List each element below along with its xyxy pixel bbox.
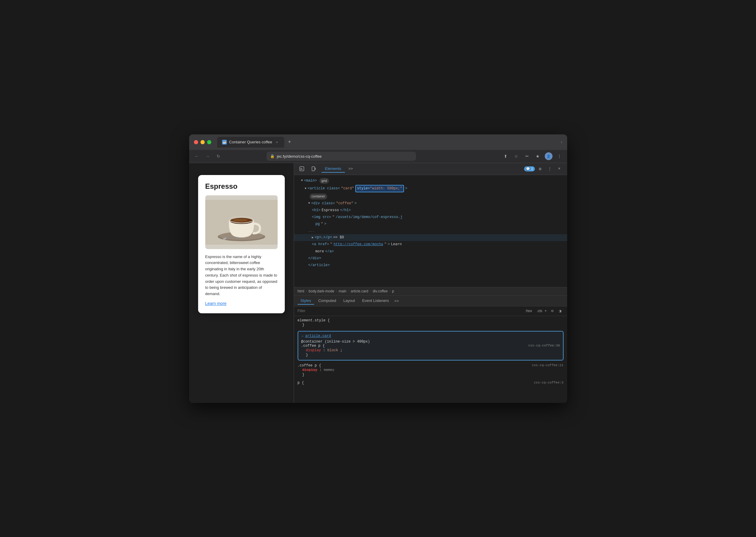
dom-container-badge-line: container — [294, 193, 567, 200]
styles-tab-styles[interactable]: Styles — [298, 297, 314, 305]
refresh-button[interactable]: ↻ — [214, 152, 223, 160]
filter-icon-copy[interactable]: ⊡ — [549, 308, 556, 314]
coffee-p-selector: .coffee p { css-cq-coffee:21 — [298, 363, 563, 368]
devtools-right-icons: 💬 1 ⚙ ⋮ × — [524, 165, 563, 173]
dom-main-tag: <main> — [304, 178, 317, 184]
window-chevron: › — [561, 140, 562, 144]
styles-tab-layout[interactable]: Layout — [340, 297, 358, 305]
forward-button[interactable]: → — [203, 152, 212, 160]
tabs-container: ☕ Container Queries coffee × + — [217, 137, 557, 147]
extensions-icon[interactable]: ★ — [534, 152, 542, 160]
p-selector: p { css-cq-coffee:3 — [298, 381, 563, 385]
dom-p-line[interactable]: ▶ <p>…</p> == $0 — [294, 234, 567, 241]
dom-img-src2: pg — [316, 221, 320, 227]
lock-icon: 🔒 — [270, 154, 275, 158]
dom-three-dots: ... — [308, 228, 314, 234]
learn-more-link[interactable]: Learn more — [205, 301, 227, 306]
share-icon[interactable]: ⬆ — [502, 152, 510, 160]
dom-div-close-line: </div> — [294, 255, 567, 262]
styles-tab-more[interactable]: >> — [394, 299, 399, 303]
filter-plus[interactable]: + — [545, 309, 547, 313]
container-article-link[interactable]: article.card — [305, 334, 331, 338]
devtools-more-icon[interactable]: ⋮ — [546, 165, 554, 173]
dom-triangle-div[interactable]: ▼ — [308, 201, 310, 206]
dom-h1-tag: <h1> — [312, 208, 321, 213]
address-bar: ← → ↻ 🔒 jec.fyi/demo/css-cq-coffee ⬆ ☆ ✂… — [189, 150, 567, 163]
dom-img-line1[interactable]: <img src="/assets/img/demo/cof-espresso.… — [294, 214, 567, 221]
dom-div-coffee-line[interactable]: ▼ <div class="coffee"> — [294, 200, 567, 207]
dom-a-href-val[interactable]: http://coffee.com/mocha — [334, 242, 383, 247]
dom-a-more-text: more — [316, 249, 324, 255]
dom-div-tag: <div class= — [311, 201, 335, 206]
coffee-image-svg — [205, 195, 278, 249]
back-button[interactable]: ← — [193, 152, 201, 160]
rule2-source: css-cq-coffee:21 — [532, 363, 563, 367]
coffee-description: Espresso is the name of a highly concent… — [205, 254, 278, 298]
browser-window: ☕ Container Queries coffee × + › ← → ↻ 🔒… — [189, 134, 567, 403]
title-bar: ☕ Container Queries coffee × + › — [189, 134, 567, 150]
tab-title: Container Queries coffee — [229, 140, 272, 144]
breadcrumb-html[interactable]: html — [298, 289, 304, 293]
url-bar[interactable]: 🔒 jec.fyi/demo/css-cq-coffee — [267, 152, 416, 161]
breadcrumb-body[interactable]: body.dark-mode — [309, 289, 334, 293]
coffee-title: Espresso — [205, 182, 278, 190]
close-traffic-light[interactable] — [194, 140, 198, 144]
dom-grid-badge: grid — [319, 178, 329, 184]
device-mode-icon[interactable] — [310, 165, 318, 173]
dom-a-line[interactable]: <a href="http://coffee.com/mocha">Learn — [294, 241, 567, 248]
dom-tree: ▼ <main> grid ▼ <article class="card" st… — [294, 175, 567, 287]
devtools-tab-elements[interactable]: Elements — [322, 165, 345, 173]
element-style-block: element.style { } — [298, 318, 563, 327]
devtools-panel: Elements >> 💬 1 ⚙ ⋮ × ▼ <main> — [294, 163, 567, 403]
breadcrumb-div[interactable]: div.coffee — [373, 289, 387, 293]
coffee-p-rule-block: .coffee p { css-cq-coffee:21 display : n… — [298, 363, 563, 377]
dom-p-tag: <p>…</p> — [315, 235, 332, 240]
styles-panel: Styles Computed Layout Event Listeners >… — [294, 296, 567, 403]
profile-icon-btn[interactable]: 👤 — [545, 152, 553, 160]
new-tab-button[interactable]: + — [286, 138, 294, 146]
dom-a-tag-open: <a href= — [312, 242, 329, 247]
dom-a-more-line: more</a> — [294, 248, 567, 255]
dom-img-tag-open: <img src= — [312, 215, 332, 220]
dom-main-line[interactable]: ▼ <main> grid — [294, 178, 567, 185]
styles-tab-computed[interactable]: Computed — [315, 297, 339, 305]
bookmark-icon[interactable]: ☆ — [512, 152, 520, 160]
dom-h1-line[interactable]: <h1>Espresso</h1> — [294, 207, 567, 214]
devtools-close-icon[interactable]: × — [555, 165, 563, 173]
filter-cls[interactable]: .cls — [537, 309, 542, 313]
dom-triangle-p[interactable]: ▶ — [312, 235, 314, 240]
dom-article-line[interactable]: ▼ <article class="card" style="width: 50… — [294, 184, 567, 193]
dom-triangle-article[interactable]: ▼ — [305, 186, 307, 191]
filter-bar: :hov .cls + ⊡ ◨ — [294, 307, 567, 316]
breadcrumb-article[interactable]: article.card — [351, 289, 369, 293]
devtools-toolbar: Elements >> 💬 1 ⚙ ⋮ × — [294, 163, 567, 175]
scissors-icon[interactable]: ✂ — [523, 152, 531, 160]
filter-icons: ⊡ ◨ — [549, 308, 563, 314]
inspect-element-icon[interactable] — [298, 165, 306, 173]
active-tab[interactable]: ☕ Container Queries coffee × — [217, 137, 284, 147]
p-rule-block: p { css-cq-coffee:3 — [298, 381, 563, 385]
breadcrumb-main[interactable]: main — [338, 289, 346, 293]
filter-input[interactable] — [298, 309, 523, 313]
devtools-settings-icon[interactable]: ⚙ — [536, 165, 545, 173]
dom-style-highlight: style="width: 500px;" — [355, 185, 404, 192]
dom-div-class-val: "coffee" — [336, 201, 353, 206]
minimize-traffic-light[interactable] — [200, 140, 205, 144]
dom-article-close-tag: </article> — [308, 263, 330, 268]
svg-point-5 — [233, 219, 247, 222]
dom-triangle-main[interactable]: ▼ — [301, 178, 303, 183]
filter-icon-toggle[interactable]: ◨ — [557, 308, 563, 314]
dom-article-class-val: "card" — [341, 186, 354, 191]
content-area: Espresso — [189, 163, 567, 403]
dom-eq-sign: == $0 — [333, 235, 344, 240]
dom-dots-line: ... — [294, 228, 567, 234]
tab-close-button[interactable]: × — [275, 140, 279, 145]
maximize-traffic-light[interactable] — [207, 140, 211, 144]
styles-tab-event-listeners[interactable]: Event Listeners — [359, 297, 392, 305]
filter-hover[interactable]: :hov — [525, 309, 532, 313]
breadcrumb-p[interactable]: p — [392, 289, 394, 293]
container-selector-line: .coffee p { css-cq-coffee:30 — [301, 344, 560, 348]
menu-icon[interactable]: ⋮ — [555, 152, 563, 160]
devtools-tab-more[interactable]: >> — [345, 165, 356, 173]
container-query-at-rule: @container (inline-size > 400px) — [301, 340, 560, 344]
